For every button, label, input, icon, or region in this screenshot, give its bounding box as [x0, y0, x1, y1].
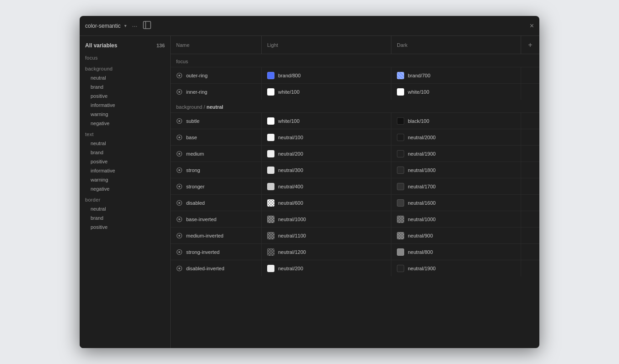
all-variables-label: All variables — [85, 42, 117, 49]
svg-point-17 — [178, 202, 180, 204]
variable-icon — [176, 167, 183, 173]
variable-icon — [176, 118, 183, 124]
sidebar-item-border-positive[interactable]: positive — [80, 222, 170, 232]
sidebar-item-background-warning[interactable]: warning — [80, 110, 170, 119]
table-row: base-inverted neutral/1000 neutral/1000 — [171, 211, 539, 227]
var-name-label: inner-ring — [186, 89, 207, 95]
var-name-label: stronger — [186, 184, 204, 189]
sidebar-item-text-negative[interactable]: negative — [80, 184, 170, 193]
dark-swatch — [397, 248, 404, 256]
table-header: Name Light Dark + — [171, 36, 539, 54]
light-cell-outer-ring[interactable]: brand/800 — [262, 67, 391, 83]
table-row: medium neutral/200 neutral/1900 — [171, 145, 539, 162]
light-swatch — [267, 72, 274, 79]
col-header-light: Light — [262, 36, 391, 54]
light-swatch — [267, 167, 274, 174]
dark-swatch — [397, 183, 404, 190]
extra-cell — [521, 84, 539, 100]
dark-swatch — [397, 88, 404, 96]
svg-point-19 — [178, 218, 180, 220]
light-swatch — [267, 88, 274, 96]
dark-swatch — [397, 72, 404, 79]
sidebar-item-border-neutral[interactable]: neutral — [80, 204, 170, 213]
variable-icon — [176, 89, 183, 95]
svg-point-21 — [178, 235, 180, 237]
variables-modal: color-semantic ▾ ··· × All variables 136… — [80, 16, 539, 348]
light-swatch — [267, 265, 274, 272]
sidebar-item-text-positive[interactable]: positive — [80, 157, 170, 166]
dark-swatch — [397, 134, 404, 141]
dark-swatch — [397, 232, 404, 239]
table-row: strong neutral/300 neutral/1800 — [171, 162, 539, 178]
sidebar-item-background-negative[interactable]: negative — [80, 119, 170, 128]
light-swatch — [267, 199, 274, 207]
sidebar-item-background-brand[interactable]: brand — [80, 82, 170, 91]
section-focus-label: focus — [176, 59, 188, 64]
var-name-label: strong-inverted — [186, 249, 219, 255]
svg-point-13 — [178, 169, 180, 171]
sidebar-group-text[interactable]: text — [80, 128, 170, 139]
dark-swatch — [397, 167, 404, 174]
dark-cell-outer-ring[interactable]: brand/700 — [391, 67, 521, 83]
svg-point-3 — [178, 75, 180, 76]
more-options-button[interactable]: ··· — [132, 22, 137, 30]
sidebar-item-text-neutral[interactable]: neutral — [80, 139, 170, 148]
dark-swatch — [397, 199, 404, 207]
light-swatch — [267, 248, 274, 256]
all-variables-count: 136 — [157, 43, 165, 48]
content-area: Name Light Dark + focus — [171, 36, 539, 348]
light-swatch — [267, 183, 274, 190]
sidebar-item-text-warning[interactable]: warning — [80, 175, 170, 184]
light-swatch — [267, 216, 274, 223]
sidebar-item-text-informative[interactable]: informative — [80, 166, 170, 175]
table-row: subtle white/100 black/100 — [171, 112, 539, 129]
modal-body: All variables 136 focus background neutr… — [80, 36, 539, 348]
dark-cell-inner-ring[interactable]: white/100 — [391, 84, 521, 100]
variable-icon — [176, 249, 183, 255]
light-cell-inner-ring[interactable]: white/100 — [262, 84, 391, 100]
svg-rect-0 — [143, 21, 151, 29]
sidebar-group-background[interactable]: background — [80, 62, 170, 73]
var-name-label: medium-inverted — [186, 233, 223, 238]
variable-icon — [176, 183, 183, 190]
sidebar-group-focus[interactable]: focus — [80, 51, 170, 62]
sidebar-group-border[interactable]: border — [80, 193, 170, 204]
close-button[interactable]: × — [530, 22, 534, 30]
sidebar-item-border-brand[interactable]: brand — [80, 213, 170, 222]
plus-icon[interactable]: + — [528, 41, 532, 49]
dark-swatch — [397, 150, 404, 157]
table-body: focus outer-ring brand/800 — [171, 54, 539, 348]
sidebar-item-background-neutral[interactable]: neutral — [80, 73, 170, 82]
variable-icon — [176, 265, 183, 272]
table-row: strong-inverted neutral/1200 neutral/800 — [171, 243, 539, 260]
sidebar-item-background-informative[interactable]: informative — [80, 101, 170, 110]
all-variables-row[interactable]: All variables 136 — [80, 40, 170, 51]
dark-value: white/100 — [408, 89, 429, 95]
var-name-label: outer-ring — [186, 73, 208, 78]
sidebar-toggle-icon[interactable] — [143, 21, 151, 31]
sidebar-item-text-brand[interactable]: brand — [80, 148, 170, 157]
svg-point-7 — [178, 120, 180, 122]
col-header-dark: Dark — [391, 36, 521, 54]
add-column-button[interactable]: + — [521, 36, 539, 54]
light-value: brand/800 — [278, 73, 301, 78]
var-name-outer-ring: outer-ring — [171, 67, 262, 83]
svg-point-5 — [178, 91, 180, 93]
table-row: disabled-inverted neutral/200 neutral/19… — [171, 260, 539, 276]
var-name-label: base — [186, 135, 197, 140]
light-swatch — [267, 150, 274, 157]
sidebar-item-background-positive[interactable]: positive — [80, 91, 170, 101]
var-name-inner-ring: inner-ring — [171, 84, 262, 100]
section-focus: focus — [171, 54, 539, 67]
svg-point-23 — [178, 251, 180, 253]
table-row: base neutral/100 neutral/2000 — [171, 129, 539, 145]
variable-icon — [176, 134, 183, 141]
svg-point-15 — [178, 186, 180, 187]
var-name-label: base-inverted — [186, 217, 217, 222]
dark-swatch — [397, 117, 404, 125]
variable-icon — [176, 151, 183, 157]
dropdown-arrow-icon[interactable]: ▾ — [124, 23, 127, 28]
var-name-label: disabled — [186, 200, 205, 206]
section-bg-neutral-label: background / neutral — [176, 104, 223, 110]
extra-cell — [521, 67, 539, 83]
